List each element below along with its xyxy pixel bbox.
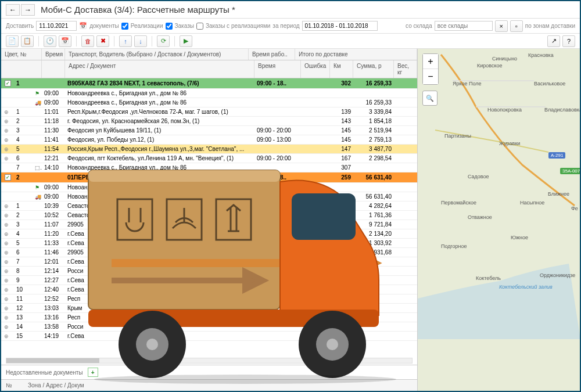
expand-icon[interactable]: ⊕ — [4, 213, 11, 218]
table-row[interactable]: ⊕ 1 11:01 Респ.Крым,г.Феодосия ,ул.Челно… — [1, 107, 417, 117]
table-row[interactable]: ⚑ 09:00 Новоандреевка с., Бригадная ул.,… — [1, 89, 417, 98]
expand-icon[interactable]: ⊕ — [4, 287, 11, 293]
expand-icon[interactable]: ⊕ — [4, 156, 11, 161]
table-row[interactable]: ⊕ 3 11:30 Феодосия ул Куйбышева 19/11, (… — [1, 126, 417, 135]
warehouse-label: со склада — [406, 23, 432, 29]
col-err: Ошибка — [301, 60, 330, 78]
map-place-label: Насыпное — [520, 200, 544, 206]
down-button[interactable]: ↓ — [134, 35, 147, 47]
svg-rect-1 — [88, 170, 280, 182]
map-zoom-out-button[interactable]: − — [423, 69, 438, 84]
expand-icon[interactable]: ⊕ — [4, 315, 11, 321]
col-sum: Сумма, р — [353, 60, 394, 78]
map-road-badge: 35А-007 — [560, 168, 581, 174]
realiz-checkbox[interactable] — [121, 23, 128, 30]
col-time: Время — [42, 49, 65, 60]
warehouse-input[interactable] — [435, 21, 493, 31]
table-row[interactable]: 🚚 09:00 Новоандреевка с., Бригадная ул.,… — [1, 98, 417, 107]
warehouse-clear-button[interactable]: × — [495, 20, 508, 32]
expand-icon[interactable]: ⊕ — [4, 222, 11, 228]
cancel-button[interactable]: ✖ — [96, 35, 109, 47]
run-button[interactable]: ▶ — [180, 35, 192, 47]
col-total: Итого по доставке — [295, 49, 417, 60]
row-icon: ⬚ — [33, 165, 42, 171]
group-checkbox[interactable]: ✓ — [5, 80, 11, 87]
nav-back-button[interactable]: ← — [6, 4, 20, 16]
zone-label: по зонам доставки — [525, 23, 575, 29]
col-t2: Время — [254, 60, 301, 78]
copy-button[interactable]: 📋 — [21, 35, 34, 47]
row-icon: 🚚 — [33, 100, 42, 106]
expand-icon[interactable]: ⊕ — [4, 268, 11, 274]
col-addr: Адрес / Документ — [65, 60, 254, 78]
map-place-label: Первомайское — [441, 200, 476, 206]
col-weight: Вес, кг — [394, 60, 417, 78]
expand-icon[interactable]: ⊕ — [4, 259, 11, 265]
expand-icon[interactable]: ⊕ — [4, 324, 11, 330]
period-input[interactable] — [302, 21, 378, 31]
col-km: Км — [330, 60, 353, 78]
table-row[interactable]: ⊕ 2 11:18 г. Феодосия, ул. Красноармейск… — [1, 117, 417, 126]
map-place-label: Кировское — [477, 63, 503, 69]
svg-point-12 — [327, 339, 338, 350]
map-place-label: Партизаны — [444, 133, 471, 139]
expand-icon[interactable]: ⊕ — [4, 231, 11, 237]
warehouse-open-button[interactable]: ▫ — [510, 20, 523, 32]
expand-icon[interactable]: ⊕ — [4, 128, 11, 134]
expand-icon[interactable]: ⊕ — [4, 137, 11, 143]
realiz-label: Реализации — [131, 23, 163, 29]
map-place-label: Коктебельский залив — [499, 284, 553, 290]
map-search-button[interactable]: 🔍 — [422, 91, 437, 106]
expand-icon[interactable]: ⊕ — [4, 333, 11, 339]
expand-icon[interactable]: ⊕ — [4, 250, 11, 256]
map-place-label: Коктебель — [476, 275, 501, 281]
undelivered-label: Недоставленные документы — [6, 369, 83, 376]
map-place-label: Васильковое — [534, 81, 565, 87]
map-place-label: Яркое Поле — [453, 81, 482, 87]
help-button[interactable]: ? — [562, 35, 575, 47]
col-color: Цвет, № — [1, 49, 42, 60]
delete-button[interactable]: 🗑 — [81, 35, 94, 47]
expand-icon[interactable]: ⊕ — [4, 203, 11, 209]
bottom-num-label: № — [6, 382, 23, 389]
expand-icon[interactable]: ⊕ — [4, 278, 11, 283]
map-place-label: Новопокровка — [487, 107, 522, 113]
table-row[interactable]: ⊕ 5 11:54 Россия,Крым Респ.,Феодосия г.,… — [1, 145, 417, 154]
map-zoom-in-button[interactable]: + — [423, 54, 438, 69]
map-place-label: Владиславовка — [544, 107, 581, 113]
schedule-button[interactable]: 📅 — [59, 35, 71, 47]
expand-icon[interactable]: ⊕ — [4, 296, 11, 302]
expand-icon[interactable]: ⊕ — [4, 305, 11, 311]
truck-illustration — [83, 164, 408, 385]
external-button[interactable]: ↗ — [547, 35, 560, 47]
expand-icon[interactable]: ⊕ — [4, 118, 11, 124]
row-icon: 🚚 — [33, 194, 42, 200]
expand-icon[interactable]: ⊕ — [4, 146, 11, 152]
refresh-button[interactable]: ⟳ — [157, 35, 170, 47]
deliver-date-input[interactable] — [36, 21, 77, 31]
new-doc-button[interactable]: 📄 — [6, 35, 19, 47]
svg-point-13 — [94, 375, 396, 384]
orders-realiz-label: Заказы с реализациями — [206, 23, 270, 29]
expand-icon[interactable]: ⊕ — [4, 240, 11, 246]
window-title: Моби-С Доставка (3/4): Рассчетные маршру… — [41, 5, 235, 15]
table-row[interactable]: ⊕ 6 12:21 Феодосия, пгт Коктебель, ул.Ле… — [1, 154, 417, 163]
map-zoom-controls: + − — [422, 53, 439, 85]
map-place-label: Садовое — [468, 174, 489, 179]
orders-realiz-checkbox[interactable] — [196, 23, 203, 30]
map-pane[interactable]: + − 🔍 КрасновкаСиницыноКировскоеЯркое По… — [417, 49, 580, 391]
map-road-badge: А-291 — [548, 152, 565, 159]
table-row[interactable]: ⊕ 4 11:41 Феодосия, ул. Победы ул.12, (1… — [1, 135, 417, 145]
calendar-icon[interactable]: 📅 — [79, 22, 87, 30]
svg-point-9 — [146, 339, 158, 350]
expand-icon[interactable]: ⊕ — [4, 109, 11, 115]
deliver-label: Доставить — [6, 23, 34, 29]
group-row[interactable]: ✓ 1 В905КА82 ГАЗ 2834 NEXT, 1 севастопол… — [1, 78, 417, 89]
nav-forward-button[interactable]: → — [21, 4, 35, 16]
up-button[interactable]: ↑ — [119, 35, 132, 47]
clock-button[interactable]: 🕐 — [44, 35, 56, 47]
orders-checkbox[interactable] — [166, 23, 173, 30]
map-roads — [418, 49, 580, 374]
map-place-label: Красновка — [528, 52, 554, 58]
group-checkbox[interactable]: ✓ — [5, 174, 11, 181]
